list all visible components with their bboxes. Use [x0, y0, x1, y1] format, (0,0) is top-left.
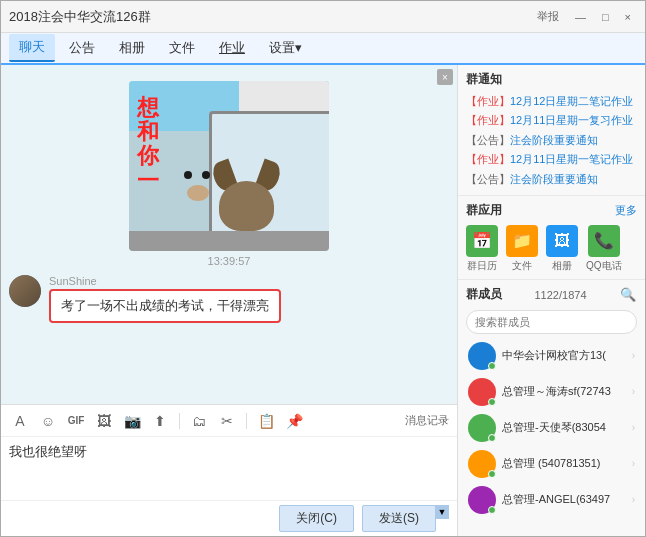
menu-notice[interactable]: 公告	[59, 35, 105, 61]
minimize-btn[interactable]: —	[569, 9, 592, 25]
member-item-5[interactable]: 总管理-ANGEL(63497 ›	[466, 482, 637, 518]
notice-item-1[interactable]: 【作业】12月12日星期二笔记作业	[466, 92, 637, 111]
scissors-icon[interactable]: ✂	[216, 410, 238, 432]
online-indicator-5	[488, 506, 496, 514]
right-panel: 群通知 【作业】12月12日星期二笔记作业 【作业】12月11日星期一复习作业 …	[457, 65, 645, 536]
main-content: × 想和你一	[1, 65, 645, 536]
member-name-4: 总管理 (540781351)	[502, 456, 626, 471]
message-timestamp: 13:39:57	[208, 255, 251, 267]
message-text: 考了一场不出成绩的考试，干得漂亮	[61, 298, 269, 313]
message-bubble: 考了一场不出成绩的考试，干得漂亮	[49, 289, 281, 323]
phone-label: QQ电话	[586, 259, 622, 273]
report-btn[interactable]: 举报	[531, 7, 565, 26]
menu-settings[interactable]: 设置▾	[259, 35, 312, 61]
notice-tag-2: 【作业】	[466, 114, 510, 126]
menu-chat[interactable]: 聊天	[9, 34, 55, 62]
chat-input[interactable]: 我也很绝望呀	[1, 437, 457, 497]
notice-tag-1: 【作业】	[466, 95, 510, 107]
notice-item-2[interactable]: 【作业】12月11日星期一复习作业	[466, 111, 637, 130]
pin-icon[interactable]: 📌	[283, 410, 305, 432]
calendar-label: 群日历	[467, 259, 497, 273]
user-avatar	[9, 275, 41, 307]
close-btn[interactable]: ×	[619, 9, 637, 25]
user-message: SunShine 考了一场不出成绩的考试，干得漂亮	[9, 275, 449, 323]
chat-area: × 想和你一	[1, 65, 457, 536]
message-log-btn[interactable]: 消息记录	[405, 413, 449, 428]
chat-input-area: A ☺ GIF 🖼 📷 ⬆ 🗂 ✂ 📋 📌 消息记录 我也很绝望呀 关闭(	[1, 404, 457, 536]
app-calendar[interactable]: 📅 群日历	[466, 225, 498, 273]
apps-grid: 📅 群日历 📁 文件 🖼 相册 📞 QQ电话	[466, 225, 637, 273]
phone-icon: 📞	[588, 225, 620, 257]
gif-text-overlay: 想和你一	[137, 96, 159, 193]
username: SunShine	[49, 275, 281, 287]
member-item-4[interactable]: 总管理 (540781351) ›	[466, 446, 637, 482]
font-icon[interactable]: A	[9, 410, 31, 432]
member-item-3[interactable]: 总管理-天使琴(83054 ›	[466, 410, 637, 446]
upload-icon[interactable]: ⬆	[149, 410, 171, 432]
apps-title: 群应用	[466, 202, 502, 219]
app-file[interactable]: 📁 文件	[506, 225, 538, 273]
member-name-5: 总管理-ANGEL(63497	[502, 492, 626, 507]
menu-album[interactable]: 相册	[109, 35, 155, 61]
app-photo[interactable]: 🖼 相册	[546, 225, 578, 273]
online-indicator-3	[488, 434, 496, 442]
notice-list: 【作业】12月12日星期二笔记作业 【作业】12月11日星期一复习作业 【公告】…	[458, 92, 645, 195]
dog-snout	[187, 185, 209, 201]
members-section: 群成员 1122/1874 🔍 中华会计网校官方13( ›	[458, 279, 645, 536]
members-title: 群成员	[466, 286, 502, 303]
close-chat-icon[interactable]: ×	[437, 69, 453, 85]
folder-icon[interactable]: 🗂	[188, 410, 210, 432]
toolbar-separator-2	[246, 413, 247, 429]
emoji-icon[interactable]: ☺	[37, 410, 59, 432]
road	[129, 231, 329, 251]
toolbar-separator	[179, 413, 180, 429]
members-search-input[interactable]	[466, 310, 637, 334]
dog-head	[219, 181, 274, 231]
menu-homework[interactable]: 作业	[209, 35, 255, 61]
dog-eye-left	[184, 171, 192, 179]
notice-item-5[interactable]: 【公告】注会阶段重要通知	[466, 170, 637, 189]
notice-tag-4: 【作业】	[466, 153, 510, 165]
maximize-btn[interactable]: □	[596, 9, 615, 25]
members-count: 1122/1874	[535, 289, 587, 301]
notice-tag-5: 【公告】	[466, 173, 510, 185]
app-phone[interactable]: 📞 QQ电话	[586, 225, 622, 273]
file-icon: 📁	[506, 225, 538, 257]
send-row: 关闭(C) 发送(S) ▼	[1, 500, 457, 536]
member-avatar-1	[468, 342, 496, 370]
menu-file[interactable]: 文件	[159, 35, 205, 61]
title-bar: 2018注会中华交流126群 举报 — □ ×	[1, 1, 645, 33]
online-indicator-1	[488, 362, 496, 370]
input-toolbar: A ☺ GIF 🖼 📷 ⬆ 🗂 ✂ 📋 📌 消息记录	[1, 405, 457, 437]
online-indicator-4	[488, 470, 496, 478]
title-actions: 举报 — □ ×	[531, 7, 637, 26]
member-item-2[interactable]: 总管理～海涛sf(72743 ›	[466, 374, 637, 410]
member-arrow-1: ›	[632, 350, 635, 361]
calendar-icon: 📅	[466, 225, 498, 257]
member-avatar-4	[468, 450, 496, 478]
notice-item-3[interactable]: 【公告】注会阶段重要通知	[466, 131, 637, 150]
members-search-icon[interactable]: 🔍	[619, 286, 637, 304]
image-icon[interactable]: 🖼	[93, 410, 115, 432]
member-arrow-4: ›	[632, 458, 635, 469]
main-window: 2018注会中华交流126群 举报 — □ × 聊天 公告 相册 文件 作业 设…	[0, 0, 646, 537]
member-list: 中华会计网校官方13( › 总管理～海涛sf(72743 ›	[466, 338, 637, 530]
member-item-1[interactable]: 中华会计网校官方13( ›	[466, 338, 637, 374]
avatar-image	[9, 275, 41, 307]
send-dropdown-arrow[interactable]: ▼	[435, 505, 449, 519]
members-header: 群成员 1122/1874 🔍	[466, 286, 637, 304]
gif-icon[interactable]: GIF	[65, 410, 87, 432]
member-name-3: 总管理-天使琴(83054	[502, 420, 626, 435]
notice-item-4[interactable]: 【作业】12月11日星期一笔记作业	[466, 150, 637, 169]
member-avatar-2	[468, 378, 496, 406]
member-arrow-3: ›	[632, 422, 635, 433]
send-button[interactable]: 发送(S)	[362, 505, 436, 532]
clipboard-icon[interactable]: 📋	[255, 410, 277, 432]
apps-more-btn[interactable]: 更多	[615, 203, 637, 218]
menu-bar: 聊天 公告 相册 文件 作业 设置▾	[1, 33, 645, 65]
screenshot-icon[interactable]: 📷	[121, 410, 143, 432]
member-arrow-2: ›	[632, 386, 635, 397]
apps-header: 群应用 更多	[466, 202, 637, 219]
member-avatar-5	[468, 486, 496, 514]
close-button[interactable]: 关闭(C)	[279, 505, 354, 532]
